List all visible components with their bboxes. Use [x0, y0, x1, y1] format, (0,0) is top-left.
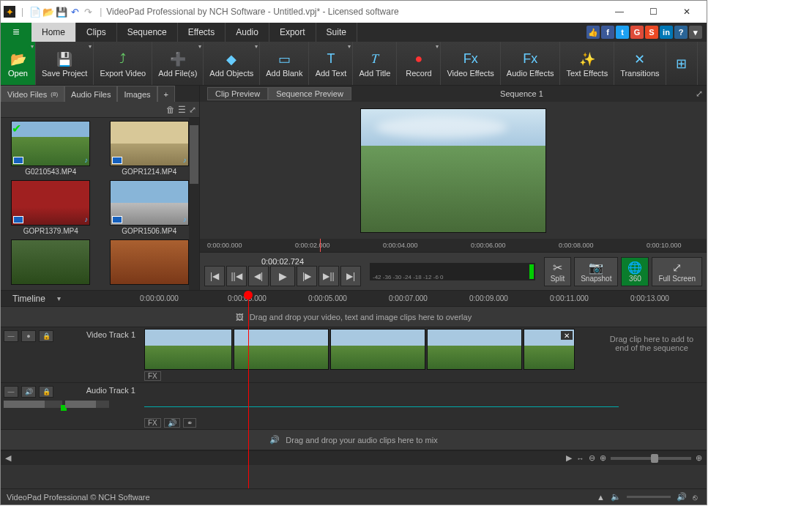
tab-sequence-preview[interactable]: Sequence Preview: [268, 87, 351, 100]
settings-icon[interactable]: ⎋: [693, 493, 698, 502]
zoom-slider[interactable]: [611, 457, 691, 460]
list-view-icon[interactable]: ☰: [178, 105, 186, 115]
add-files-button[interactable]: ➕Add File(s)▾: [152, 42, 204, 85]
clip-item[interactable]: [103, 239, 197, 285]
go-end-button[interactable]: ▶|: [340, 266, 361, 286]
fx-button[interactable]: FX: [144, 371, 161, 381]
frame-fwd-button[interactable]: |▶: [297, 266, 317, 286]
save-project-button[interactable]: 💾Save Project▾: [36, 42, 94, 85]
volume-slider[interactable]: [4, 401, 62, 408]
clip-item[interactable]: ✔♪G0210543.MP4: [4, 121, 98, 176]
ruler-dropdown-icon[interactable]: ▾: [57, 294, 61, 302]
menu-effects[interactable]: Effects: [178, 23, 226, 42]
mute-icon[interactable]: 🔈: [611, 492, 621, 502]
transitions-button[interactable]: ✕Transitions: [614, 42, 666, 85]
menu-suite[interactable]: Suite: [316, 23, 357, 42]
track-eye-icon[interactable]: ●: [21, 330, 36, 342]
track-collapse-icon[interactable]: —: [4, 330, 18, 342]
timeline-ruler[interactable]: Timeline ▾ 0:00:00.000 0:00:03.000 0:00:…: [1, 291, 707, 307]
menu-audio[interactable]: Audio: [226, 23, 269, 42]
dropdown-icon[interactable]: ▾: [689, 26, 702, 39]
scroll-right-icon[interactable]: ▶: [566, 453, 572, 463]
menu-clips[interactable]: Clips: [76, 23, 117, 42]
nch-suite-button[interactable]: ⊞: [666, 42, 698, 85]
text-effects-button[interactable]: ✨Text Effects: [560, 42, 614, 85]
snapshot-button[interactable]: 📷Snapshot: [574, 257, 618, 286]
redo-icon[interactable]: ↷: [82, 6, 94, 18]
clip-item[interactable]: ♪GOPR1379.MP4: [4, 180, 98, 235]
menu-home[interactable]: Home: [31, 23, 76, 42]
track-mute-icon[interactable]: 🔊: [21, 386, 36, 398]
save-icon[interactable]: 💾: [56, 6, 67, 18]
record-button[interactable]: ●Record▾: [397, 42, 441, 85]
fit-icon[interactable]: ↔: [576, 454, 584, 463]
close-button[interactable]: ✕: [670, 1, 704, 22]
split-button[interactable]: ✂Split: [544, 257, 571, 286]
add-blank-button[interactable]: ▭Add Blank: [260, 42, 309, 85]
timeline-clip[interactable]: [144, 329, 232, 370]
tab-audio-files[interactable]: Audio Files: [64, 86, 117, 102]
frame-back-button[interactable]: ◀|: [248, 266, 269, 286]
audio-mix-track[interactable]: 🔊 Drag and drop your audio clips here to…: [1, 430, 707, 450]
facebook-icon[interactable]: f: [601, 26, 614, 39]
expand-preview-icon[interactable]: ⤢: [692, 87, 707, 100]
timeline-clip[interactable]: [330, 329, 425, 370]
step-back-button[interactable]: ||◀: [226, 266, 247, 286]
clip-item[interactable]: ♪GOPR1506.MP4: [103, 180, 197, 235]
expand-bin-icon[interactable]: ⤢: [189, 105, 196, 115]
volume-slider[interactable]: [65, 401, 109, 408]
play-button[interactable]: ▶: [270, 266, 295, 286]
track-lock-icon[interactable]: 🔒: [39, 386, 53, 398]
tab-images[interactable]: Images: [117, 86, 157, 102]
link-icon[interactable]: ⚭: [183, 418, 196, 428]
like-icon[interactable]: 👍: [586, 26, 600, 39]
export-video-button[interactable]: ⤴Export Video: [94, 42, 152, 85]
clip-item[interactable]: [4, 239, 98, 285]
master-volume-slider[interactable]: [627, 496, 671, 498]
open-folder-icon[interactable]: 📂: [42, 6, 54, 18]
add-title-button[interactable]: 𝑇Add Title: [353, 42, 397, 85]
google-icon[interactable]: G: [630, 26, 644, 39]
bin-scrollbar[interactable]: [189, 118, 199, 290]
zoom-in-icon[interactable]: ⊕: [600, 453, 606, 463]
stumble-icon[interactable]: S: [645, 26, 658, 39]
add-objects-button[interactable]: ◆Add Objects▾: [204, 42, 260, 85]
undo-icon[interactable]: ↶: [69, 6, 81, 18]
zoom-fit-icon[interactable]: ⊕: [696, 453, 702, 463]
trash-icon[interactable]: 🗑: [166, 105, 175, 115]
clip-item[interactable]: ♪GOPR1214.MP4: [103, 121, 197, 176]
tab-clip-preview[interactable]: Clip Preview: [207, 87, 268, 100]
audio-waveform[interactable]: [140, 383, 707, 429]
zoom-out-icon[interactable]: ⊖: [589, 453, 595, 463]
new-icon[interactable]: 📄: [29, 6, 41, 18]
up-icon[interactable]: ▲: [597, 493, 605, 502]
minimize-button[interactable]: —: [603, 1, 636, 22]
playhead-line[interactable]: [248, 291, 249, 488]
help-icon[interactable]: ?: [674, 26, 688, 39]
menu-sequence[interactable]: Sequence: [117, 23, 178, 42]
overlay-track[interactable]: 🖼 Drag and drop your video, text and ima…: [1, 307, 707, 327]
fx-button[interactable]: FX: [144, 418, 161, 428]
speaker-icon[interactable]: 🔊: [677, 492, 687, 502]
video-effects-button[interactable]: FxVideo Effects: [441, 42, 500, 85]
timeline-clip[interactable]: ✕: [524, 329, 575, 370]
tab-add[interactable]: +: [157, 86, 175, 102]
menu-export[interactable]: Export: [269, 23, 316, 42]
transition-icon[interactable]: ✕: [561, 331, 573, 340]
linkedin-icon[interactable]: in: [660, 26, 673, 39]
360-button[interactable]: 🌐360: [621, 257, 649, 286]
track-collapse-icon[interactable]: —: [4, 386, 18, 398]
maximize-button[interactable]: ☐: [636, 1, 670, 22]
audio-effects-button[interactable]: FxAudio Effects: [501, 42, 561, 85]
audio-mute-icon[interactable]: 🔊: [164, 418, 180, 428]
go-start-button[interactable]: |◀: [204, 266, 225, 286]
tab-video-files[interactable]: Video Files (8): [1, 86, 64, 102]
add-text-button[interactable]: TAdd Text▾: [309, 42, 353, 85]
timeline-clip[interactable]: [427, 329, 522, 370]
scroll-left-icon[interactable]: ◀: [5, 453, 11, 463]
preview-ruler[interactable]: 0:00:00.000 0:00:02.000 0:00:04.000 0:00…: [200, 239, 707, 252]
open-button[interactable]: 📂Open▾: [1, 42, 36, 85]
hamburger-menu[interactable]: ≡: [1, 23, 31, 42]
step-fwd-button[interactable]: ▶||: [319, 266, 339, 286]
fullscreen-button[interactable]: ⤢Full Screen: [652, 257, 702, 286]
